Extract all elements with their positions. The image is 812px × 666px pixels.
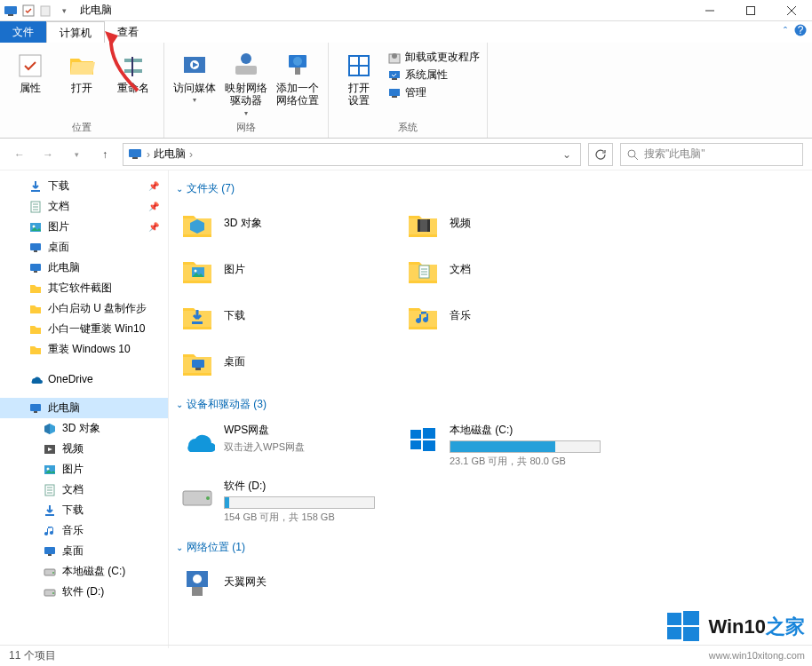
sidebar-item[interactable]: 下载📌 (0, 176, 168, 196)
network-label: 天翼网关 (224, 566, 267, 590)
sidebar-item[interactable]: 图片📌 (0, 217, 168, 237)
sidebar-item[interactable]: 桌面 (0, 237, 168, 258)
section-folders[interactable]: ⌄文件夹 (7) (176, 181, 805, 196)
ribbon: 属性 打开 重命名 位置 访问媒体▾ 映射网络 驱动器▾ 添加一个 网络位置 网… (0, 43, 812, 139)
open-settings-button[interactable]: 打开 设置 (336, 46, 382, 107)
rename-button[interactable]: 重命名 (110, 46, 156, 94)
back-button[interactable]: ← (9, 144, 30, 165)
sidebar-item-label: 桌面 (62, 543, 84, 559)
folder-icon (405, 299, 441, 335)
svg-rect-67 (427, 219, 430, 232)
folder-icon (405, 253, 441, 289)
svg-rect-48 (30, 404, 41, 411)
svg-rect-58 (45, 514, 54, 516)
thispc-icon (127, 147, 143, 163)
system-properties-button[interactable]: 系统属性 (387, 67, 480, 83)
sidebar-item[interactable]: 文档 (0, 480, 168, 500)
qat-newfolder-icon[interactable] (39, 4, 53, 18)
tab-view[interactable]: 查看 (105, 21, 151, 43)
drive-tile[interactable]: 本地磁盘 (C:)23.1 GB 可用，共 80.0 GB (402, 419, 627, 472)
folder-tile[interactable]: 下载 (176, 296, 402, 338)
maximize-button[interactable] (730, 0, 771, 21)
folder-tile[interactable]: 视频 (402, 203, 627, 246)
sidebar-item[interactable]: 小白启动 U 盘制作步 (0, 298, 168, 319)
svg-rect-80 (423, 440, 435, 451)
sidebar-item-label: 图片 (62, 462, 84, 477)
tab-file[interactable]: 文件 (0, 21, 46, 43)
folder-icon (179, 299, 215, 335)
status-bar: 11 个项目 (0, 645, 812, 666)
drive-name: 软件 (D:) (224, 479, 398, 494)
sidebar-item[interactable]: 重装 Windows 10 (0, 339, 168, 360)
folder-label: 视频 (450, 207, 471, 231)
section-drives[interactable]: ⌄设备和驱动器 (3) (176, 397, 805, 412)
svg-rect-87 (683, 611, 699, 625)
svg-rect-17 (235, 66, 257, 75)
address-dropdown-icon[interactable]: ⌄ (557, 148, 577, 161)
uninstall-button[interactable]: 卸载或更改程序 (387, 50, 480, 65)
folder-label: 3D 对象 (224, 207, 262, 231)
sidebar-item[interactable]: 3D 对象 (0, 418, 168, 439)
folder-icon (405, 207, 441, 242)
folder-tile[interactable]: 桌面 (176, 342, 402, 385)
sidebar-item-label: 本地磁盘 (C:) (62, 564, 125, 579)
folder-tile[interactable]: 文档 (402, 250, 627, 292)
sidebar-item[interactable]: 其它软件截图 (0, 278, 168, 298)
item-count: 11 个项目 (9, 648, 56, 663)
folder-icon (179, 345, 215, 381)
svg-rect-79 (410, 440, 421, 449)
drive-tile[interactable]: WPS网盘双击进入WPS网盘 (176, 419, 402, 472)
sidebar-thispc[interactable]: 此电脑 (0, 398, 168, 418)
recent-dropdown[interactable]: ▾ (66, 144, 87, 165)
svg-point-64 (52, 592, 54, 594)
sidebar-item[interactable]: 本地磁盘 (C:) (0, 561, 168, 582)
minimize-button[interactable] (689, 0, 730, 21)
sidebar-item-label: 下载 (62, 503, 84, 518)
add-network-location-button[interactable]: 添加一个 网络位置 (275, 46, 321, 107)
sidebar-item[interactable]: 下载 (0, 500, 168, 520)
open-button[interactable]: 打开 (59, 46, 105, 94)
sidebar-item[interactable]: 桌面 (0, 541, 168, 561)
breadcrumb-sep[interactable]: › (189, 148, 193, 161)
qat-dropdown-icon[interactable]: ▾ (57, 4, 71, 18)
up-button[interactable]: ↑ (94, 144, 115, 165)
section-network[interactable]: ⌄网络位置 (1) (176, 540, 805, 555)
drive-tile[interactable]: 软件 (D:)154 GB 可用，共 158 GB (176, 475, 402, 527)
address-bar[interactable]: › 此电脑 › ⌄ (123, 143, 581, 166)
svg-rect-75 (192, 360, 204, 368)
sidebar-item[interactable]: 文档📌 (0, 196, 168, 217)
search-input[interactable]: 搜索"此电脑" (620, 143, 803, 166)
properties-button[interactable]: 属性 (7, 46, 53, 94)
forward-button[interactable]: → (37, 144, 59, 165)
svg-rect-25 (350, 67, 358, 75)
sidebar-item[interactable]: 图片 (0, 459, 168, 480)
sidebar-item-label: 视频 (62, 441, 84, 456)
close-button[interactable] (771, 0, 812, 21)
sidebar-item[interactable]: 视频 (0, 439, 168, 459)
folder-tile[interactable]: 图片 (176, 250, 402, 292)
qat-properties-icon[interactable] (21, 4, 36, 18)
network-tile[interactable]: 天翼网关 (176, 562, 402, 605)
access-media-button[interactable]: 访问媒体▾ (171, 46, 218, 104)
sidebar-item[interactable]: 小白一键重装 Win10 (0, 319, 168, 339)
map-drive-button[interactable]: 映射网络 驱动器▾ (223, 46, 269, 117)
manage-button[interactable]: 管理 (387, 85, 480, 100)
pin-icon: 📌 (148, 202, 159, 211)
svg-rect-30 (392, 78, 397, 80)
refresh-button[interactable] (588, 143, 613, 166)
svg-point-28 (392, 53, 397, 59)
sidebar-item[interactable]: 软件 (D:) (0, 582, 168, 602)
sidebar-item[interactable]: 此电脑 (0, 258, 168, 278)
sidebar-onedrive[interactable]: OneDrive (0, 369, 168, 389)
help-icon[interactable]: ? (794, 24, 807, 39)
svg-point-69 (195, 270, 197, 273)
svg-rect-74 (192, 321, 203, 324)
tab-computer[interactable]: 计算机 (46, 21, 105, 43)
drive-icon (179, 479, 215, 514)
folder-tile[interactable]: 音乐 (402, 296, 627, 338)
ribbon-collapse-icon[interactable]: ˆ (784, 26, 787, 38)
breadcrumb[interactable]: 此电脑 (150, 147, 189, 162)
folder-tile[interactable]: 3D 对象 (176, 203, 402, 246)
sidebar-item[interactable]: 音乐 (0, 520, 168, 541)
folder-label: 文档 (450, 253, 471, 277)
